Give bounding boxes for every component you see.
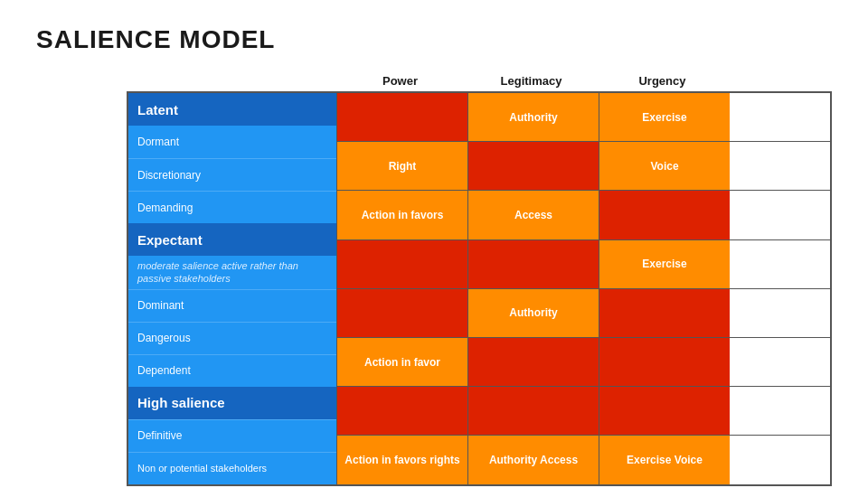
row-label-0-1: Discretionary bbox=[128, 158, 336, 191]
row-label-1-2: Dependent bbox=[128, 354, 336, 387]
row-label-0-2: Demanding bbox=[128, 191, 336, 223]
cell-2-0-power bbox=[336, 387, 467, 435]
row-label-1-0: Dominant bbox=[128, 289, 336, 322]
group-header-2: High salience bbox=[128, 387, 336, 419]
cell-0-0-urgency: Exercise bbox=[599, 93, 730, 141]
header-power: Power bbox=[335, 74, 466, 88]
data-row-1-2: Action in favor bbox=[336, 337, 830, 386]
group-header-1: Expectant bbox=[128, 223, 336, 256]
data-row-2-1: Action in favors rightsAuthority AccessE… bbox=[336, 435, 830, 483]
group-sub-1: moderate salience active rather than pas… bbox=[128, 256, 336, 289]
cell-0-1-legitimacy bbox=[467, 142, 599, 190]
page-title: SALIENCE MODEL bbox=[36, 25, 832, 54]
left-column: LatentDormantDiscretionaryDemandingExpec… bbox=[128, 93, 336, 484]
cell-1-0-power bbox=[336, 240, 467, 288]
cell-2-1-urgency: Exercise Voice bbox=[599, 436, 730, 483]
cell-2-0-legitimacy bbox=[467, 387, 599, 435]
cell-0-2-power: Action in favors bbox=[336, 191, 467, 239]
cell-1-2-legitimacy bbox=[467, 338, 599, 386]
cell-1-2-urgency bbox=[599, 338, 730, 386]
cell-0-2-urgency bbox=[599, 191, 730, 239]
row-label-0-0: Dormant bbox=[128, 126, 336, 158]
page: SALIENCE MODEL Power Legitimacy Urgency … bbox=[0, 0, 868, 488]
cell-0-2-legitimacy: Access bbox=[467, 191, 599, 239]
row-label-2-1: Non or potential stakeholders bbox=[128, 452, 336, 484]
cell-1-0-urgency: Exercise bbox=[599, 240, 730, 288]
cell-1-1-legitimacy: Authority bbox=[467, 289, 599, 337]
cell-0-1-power: Right bbox=[336, 142, 467, 190]
group-header-0: Latent bbox=[128, 93, 336, 126]
data-columns: AuthorityExerciseRightVoiceAction in fav… bbox=[336, 93, 830, 484]
cell-1-1-power bbox=[336, 289, 467, 337]
data-row-0-1: RightVoice bbox=[336, 141, 830, 190]
cell-1-0-legitimacy bbox=[467, 240, 599, 288]
cell-0-0-legitimacy: Authority bbox=[467, 93, 599, 141]
data-row-1-0: Exercise bbox=[336, 239, 830, 288]
row-label-2-0: Definitive bbox=[128, 419, 336, 452]
data-row-2-0 bbox=[336, 386, 830, 435]
cell-1-1-urgency bbox=[599, 289, 730, 337]
data-row-1-1: Authority bbox=[336, 288, 830, 337]
cell-0-0-power bbox=[336, 93, 467, 141]
data-row-0-2: Action in favorsAccess bbox=[336, 190, 830, 239]
main-table: LatentDormantDiscretionaryDemandingExpec… bbox=[127, 91, 832, 486]
row-label-1-1: Dangerous bbox=[128, 322, 336, 354]
cell-1-2-power: Action in favor bbox=[336, 338, 467, 386]
table-container: Power Legitimacy Urgency LatentDormantDi… bbox=[127, 74, 832, 486]
header-legitimacy: Legitimacy bbox=[466, 74, 597, 88]
cell-2-1-power: Action in favors rights bbox=[336, 436, 467, 483]
data-row-0-0: AuthorityExercise bbox=[336, 93, 830, 141]
cell-2-0-urgency bbox=[599, 387, 730, 435]
header-row: Power Legitimacy Urgency bbox=[335, 74, 832, 88]
cell-0-1-urgency: Voice bbox=[599, 142, 730, 190]
cell-2-1-legitimacy: Authority Access bbox=[467, 436, 599, 483]
header-urgency: Urgency bbox=[597, 74, 728, 88]
